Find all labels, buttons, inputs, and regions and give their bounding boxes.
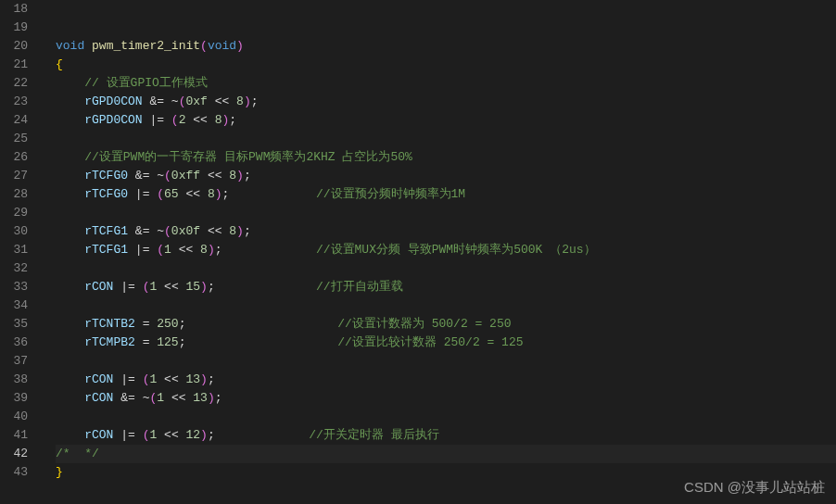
line-number: 41 bbox=[9, 426, 28, 445]
line-number: 40 bbox=[9, 408, 28, 426]
code-line[interactable]: rTCFG1 &= ~(0x0f << 8); bbox=[56, 222, 836, 241]
code-line[interactable]: } bbox=[56, 463, 836, 482]
line-number: 22 bbox=[9, 74, 28, 93]
token-op: ; bbox=[229, 113, 236, 127]
code-line[interactable]: rTCFG1 |= (1 << 8); //设置MUX分频 导致PWM时钟频率为… bbox=[56, 241, 836, 259]
token-cmt: //设置比较计数器 250/2 = 125 bbox=[337, 335, 523, 349]
token-paren: ) bbox=[236, 39, 244, 53]
code-line[interactable]: rCON |= (1 << 12); //开关定时器 最后执行 bbox=[56, 426, 836, 445]
token-op: |= bbox=[128, 187, 157, 201]
code-line[interactable]: //设置PWM的一干寄存器 目标PWM频率为2KHZ 占空比为50% bbox=[56, 148, 836, 167]
token-op: ; bbox=[251, 94, 259, 108]
token-op: &= ~ bbox=[143, 94, 179, 108]
line-number: 39 bbox=[9, 389, 28, 408]
code-line[interactable] bbox=[56, 204, 836, 222]
code-line[interactable] bbox=[56, 0, 836, 19]
token-op: &= ~ bbox=[113, 391, 149, 405]
token-brace: { bbox=[56, 57, 63, 71]
token-op: << bbox=[179, 187, 208, 201]
code-line[interactable]: rTCFG0 |= (65 << 8); //设置预分频时钟频率为1M bbox=[56, 185, 836, 204]
token-op bbox=[56, 94, 84, 108]
token-paren: ) bbox=[215, 187, 222, 201]
token-paren: ( bbox=[200, 39, 208, 53]
token-op bbox=[56, 224, 84, 238]
token-paren: ) bbox=[208, 243, 215, 257]
token-num: 8 bbox=[208, 187, 215, 201]
token-var: rTCFG1 bbox=[84, 224, 128, 238]
code-line[interactable]: rCON &= ~(1 << 13); bbox=[56, 389, 836, 408]
code-area[interactable]: void pwm_timer2_init(void){ // 设置GPIO工作模… bbox=[44, 0, 836, 504]
token-op: << bbox=[200, 224, 229, 238]
token-num: 12 bbox=[186, 428, 201, 442]
token-num: 15 bbox=[186, 280, 201, 294]
code-line[interactable] bbox=[56, 296, 836, 315]
token-num: 8 bbox=[200, 243, 208, 257]
line-number: 23 bbox=[9, 93, 28, 111]
token-fn: pwm_timer2_init bbox=[92, 39, 200, 53]
token-kw: void bbox=[208, 39, 236, 53]
token-paren: ( bbox=[157, 243, 164, 257]
token-paren: ( bbox=[171, 113, 179, 127]
token-var: rTCFG1 bbox=[84, 243, 128, 257]
code-line[interactable]: rTCFG0 &= ~(0xff << 8); bbox=[56, 167, 836, 185]
code-line[interactable]: void pwm_timer2_init(void) bbox=[56, 37, 836, 56]
token-op: |= bbox=[143, 113, 171, 127]
token-num: 0x0f bbox=[171, 224, 200, 238]
code-line[interactable]: rTCMPB2 = 125; //设置比较计数器 250/2 = 125 bbox=[56, 334, 836, 352]
line-number: 19 bbox=[9, 19, 28, 37]
token-num: 0xff bbox=[171, 169, 200, 183]
token-num: 250 bbox=[157, 317, 178, 331]
code-line[interactable] bbox=[56, 19, 836, 37]
token-op: << bbox=[164, 391, 193, 405]
token-op: ; bbox=[208, 280, 215, 294]
code-line[interactable]: rGPD0CON &= ~(0xf << 8); bbox=[56, 93, 836, 111]
code-line[interactable] bbox=[56, 408, 836, 426]
token-op: &= ~ bbox=[128, 224, 164, 238]
token-num: 8 bbox=[236, 94, 244, 108]
token-op: << bbox=[157, 280, 185, 294]
token-cmt: //设置预分频时钟频率为1M bbox=[316, 187, 465, 201]
code-line[interactable]: { bbox=[56, 56, 836, 74]
token-op: << bbox=[208, 94, 236, 108]
line-number: 36 bbox=[9, 334, 28, 352]
token-var: rCON bbox=[84, 280, 113, 294]
token-op: |= bbox=[128, 243, 157, 257]
code-line[interactable]: rCON |= (1 << 15); //打开自动重载 bbox=[56, 278, 836, 296]
token-op bbox=[56, 169, 84, 183]
code-line[interactable]: /* */ bbox=[56, 445, 836, 463]
token-op: << bbox=[157, 428, 185, 442]
code-line[interactable]: rGPD0CON |= (2 << 8); bbox=[56, 111, 836, 130]
token-var: rTCFG0 bbox=[84, 187, 128, 201]
token-op bbox=[56, 280, 84, 294]
token-var: rTCNTB2 bbox=[84, 317, 135, 331]
code-line[interactable] bbox=[56, 352, 836, 371]
code-line[interactable] bbox=[56, 130, 836, 148]
token-op: |= bbox=[113, 428, 142, 442]
token-paren: ) bbox=[200, 372, 208, 386]
token-op: &= ~ bbox=[128, 169, 164, 183]
line-number: 38 bbox=[9, 371, 28, 389]
token-op bbox=[56, 76, 84, 90]
code-line[interactable]: // 设置GPIO工作模式 bbox=[56, 74, 836, 93]
token-var: rCON bbox=[84, 372, 113, 386]
line-number: 21 bbox=[9, 56, 28, 74]
line-number: 24 bbox=[9, 111, 28, 130]
token-op: ; bbox=[208, 372, 215, 386]
token-var: rTCMPB2 bbox=[84, 335, 135, 349]
code-editor[interactable]: 1819202122232425262728293031323334353637… bbox=[0, 0, 836, 504]
token-paren: ( bbox=[164, 224, 171, 238]
code-line[interactable] bbox=[56, 259, 836, 278]
token-paren: ( bbox=[164, 169, 171, 183]
token-op: ; bbox=[215, 243, 222, 257]
token-num: 13 bbox=[186, 372, 201, 386]
token-kw: void bbox=[56, 39, 84, 53]
code-line[interactable]: rCON |= (1 << 13); bbox=[56, 371, 836, 389]
code-line[interactable]: rTCNTB2 = 250; //设置计数器为 500/2 = 250 bbox=[56, 315, 836, 334]
token-var: rCON bbox=[84, 428, 113, 442]
token-brace: } bbox=[56, 465, 63, 479]
line-number: 31 bbox=[9, 241, 28, 259]
token-op bbox=[229, 187, 316, 201]
token-num: 1 bbox=[164, 243, 171, 257]
token-op: ; bbox=[208, 428, 215, 442]
token-op bbox=[215, 280, 316, 294]
